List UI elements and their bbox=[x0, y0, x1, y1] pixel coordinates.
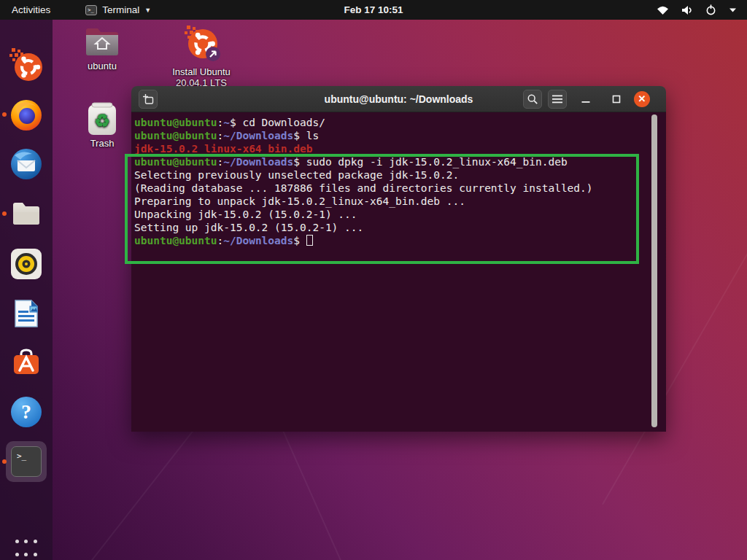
desktop-icon-home[interactable]: ubuntu bbox=[71, 25, 133, 71]
dock-item-firefox[interactable] bbox=[9, 97, 44, 132]
power-icon bbox=[705, 4, 716, 15]
dock-item-ubuntu-logo[interactable] bbox=[9, 47, 44, 82]
chevron-down-icon: ▼ bbox=[144, 7, 151, 14]
terminal-icon: >_ bbox=[11, 446, 42, 477]
help-icon: ? bbox=[9, 394, 44, 429]
terminal-line: ubuntu@ubuntu:~$ cd Downloads/ bbox=[134, 116, 666, 129]
terminal-mini-icon: >_ bbox=[85, 5, 97, 15]
firefox-icon bbox=[9, 97, 44, 132]
close-button[interactable]: ✕ bbox=[634, 91, 650, 107]
svg-text:?: ? bbox=[21, 400, 31, 423]
top-bar: Activities >_ Terminal ▼ Feb 17 10:51 bbox=[0, 0, 747, 20]
terminal-window: ubuntu@ubuntu: ~/Downloads bbox=[131, 86, 666, 432]
terminal-line: jdk-15.0.2_linux-x64_bin.deb bbox=[134, 142, 666, 155]
system-status-area[interactable] bbox=[657, 0, 747, 20]
chevron-down-icon bbox=[729, 7, 737, 13]
terminal-line: ubuntu@ubuntu:~/Downloads$ bbox=[134, 234, 666, 247]
minimize-icon bbox=[581, 95, 590, 104]
new-tab-button[interactable] bbox=[139, 90, 158, 109]
terminal-line: Preparing to unpack jdk-15.0.2_linux-x64… bbox=[134, 195, 666, 208]
desktop-icon-trash[interactable]: ♻ Trash bbox=[79, 102, 125, 149]
terminal-scrollbar[interactable] bbox=[651, 114, 657, 427]
app-menu-label: Terminal bbox=[102, 4, 139, 15]
desktop-icon-label: Trash bbox=[79, 138, 125, 149]
terminal-line: Selecting previously unselected package … bbox=[134, 168, 666, 182]
running-indicator bbox=[2, 112, 7, 117]
ubuntu-software-icon bbox=[9, 345, 44, 380]
dock-item-thunderbird[interactable] bbox=[9, 147, 44, 182]
libreoffice-writer-icon bbox=[9, 296, 44, 331]
terminal-line: (Reading database ... 187886 files and d… bbox=[134, 182, 666, 195]
svg-text:♻: ♻ bbox=[94, 111, 110, 131]
desktop-icon-label-line1: Install Ubuntu bbox=[165, 66, 238, 77]
maximize-icon bbox=[612, 95, 621, 104]
terminal-cursor bbox=[306, 235, 313, 246]
search-button[interactable] bbox=[523, 90, 542, 109]
minimize-button[interactable] bbox=[576, 90, 595, 109]
dock-item-rhythmbox[interactable] bbox=[9, 246, 44, 281]
running-indicator bbox=[2, 211, 7, 216]
rhythmbox-icon bbox=[9, 246, 44, 281]
terminal-line: ubuntu@ubuntu:~/Downloads$ sudo dpkg -i … bbox=[134, 155, 666, 168]
install-ubuntu-icon bbox=[181, 23, 222, 64]
dock-item-libreoffice-writer[interactable] bbox=[9, 296, 44, 331]
ubuntu-logo-icon bbox=[9, 47, 44, 82]
dock: ? >_ bbox=[0, 20, 53, 560]
search-icon bbox=[527, 93, 538, 105]
files-icon bbox=[9, 196, 44, 231]
desktop-icon-install-ubuntu[interactable]: Install Ubuntu 20.04.1 LTS bbox=[165, 23, 238, 88]
terminal-line: Setting up jdk-15.0.2 (15.0.2-1) ... bbox=[134, 221, 666, 234]
menu-button[interactable] bbox=[548, 90, 567, 109]
show-applications-button[interactable] bbox=[12, 538, 41, 560]
running-indicator bbox=[2, 459, 7, 464]
terminal-titlebar[interactable]: ubuntu@ubuntu: ~/Downloads bbox=[131, 86, 666, 112]
app-menu-terminal[interactable]: >_ Terminal ▼ bbox=[80, 0, 157, 20]
wifi-icon bbox=[657, 5, 669, 15]
dock-item-files[interactable] bbox=[9, 196, 44, 231]
dock-item-ubuntu-software[interactable] bbox=[9, 345, 44, 380]
dock-item-help[interactable]: ? bbox=[9, 394, 44, 429]
hamburger-icon bbox=[552, 94, 563, 104]
trash-icon: ♻ bbox=[86, 102, 118, 136]
home-folder-icon bbox=[84, 25, 120, 58]
terminal-content[interactable]: ubuntu@ubuntu:~$ cd Downloads/ubuntu@ubu… bbox=[131, 112, 666, 432]
thunderbird-icon bbox=[9, 147, 44, 182]
maximize-button[interactable] bbox=[607, 90, 626, 109]
activities-button[interactable]: Activities bbox=[0, 0, 62, 20]
dock-item-terminal[interactable]: >_ bbox=[6, 441, 47, 482]
terminal-line: Unpacking jdk-15.0.2 (15.0.2-1) ... bbox=[134, 208, 666, 221]
volume-icon bbox=[681, 5, 693, 15]
close-icon: ✕ bbox=[638, 93, 646, 104]
terminal-line: ubuntu@ubuntu:~/Downloads$ ls bbox=[134, 129, 666, 142]
desktop-icon-label: ubuntu bbox=[71, 61, 133, 71]
